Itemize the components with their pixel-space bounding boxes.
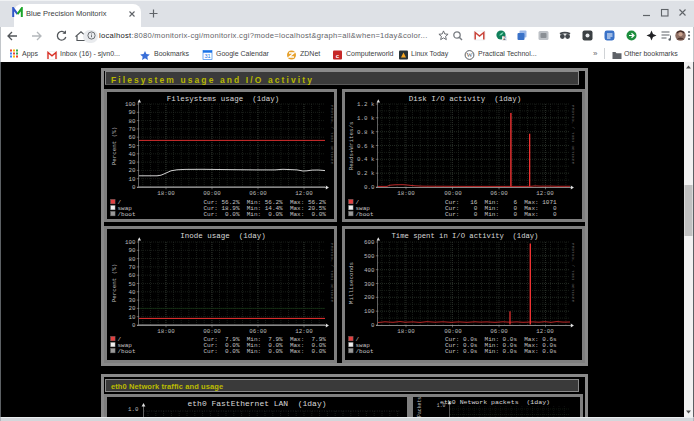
svg-text:Filesystems usage (1day): Filesystems usage (1day) <box>167 95 280 103</box>
svg-text:18:00: 18:00 <box>157 190 175 197</box>
svg-text:Cur: 0.0s Min: 0.0s Max: 0.0: Cur: 0.0s Min: 0.0s Max: 0.0s <box>445 348 557 355</box>
svg-text:300: 300 <box>364 281 375 288</box>
svg-text:06:00: 06:00 <box>249 328 267 335</box>
svg-text:20: 20 <box>129 167 136 174</box>
svg-text:00:00: 00:00 <box>444 328 462 335</box>
svg-text:0.6 k: 0.6 k <box>357 143 375 150</box>
svg-text:Milliseconds: Milliseconds <box>348 262 355 304</box>
svg-text:1.2 k: 1.2 k <box>357 101 375 108</box>
svg-text:18:00: 18:00 <box>397 190 415 197</box>
svg-text:500: 500 <box>364 253 375 260</box>
svg-text:06:00: 06:00 <box>490 328 508 335</box>
svg-text:10: 10 <box>129 176 136 183</box>
svg-text:Percent (%): Percent (%) <box>111 127 118 165</box>
svg-text:50: 50 <box>129 281 136 288</box>
svg-text:18:00: 18:00 <box>397 328 415 335</box>
svg-text:1.0: 1.0 <box>128 406 139 413</box>
svg-text:30: 30 <box>129 159 136 166</box>
svg-text:00:00: 00:00 <box>444 190 462 197</box>
svg-text:Percent (%): Percent (%) <box>111 264 118 302</box>
svg-text:0: 0 <box>371 322 375 329</box>
svg-text:0: 0 <box>132 322 136 329</box>
svg-text:100: 100 <box>125 239 136 246</box>
svg-text:60: 60 <box>129 134 136 141</box>
svg-text:0.8 k: 0.8 k <box>357 129 375 136</box>
svg-text:W: W <box>466 51 473 58</box>
svg-text:Disk I/O activity (1day): Disk I/O activity (1day) <box>409 95 522 103</box>
svg-text:100: 100 <box>125 101 136 108</box>
svg-text:90: 90 <box>129 247 136 254</box>
svg-text:Reads+Writes/s: Reads+Writes/s <box>348 122 355 171</box>
svg-text:RRDTOOL / TOBI OETIKER: RRDTOOL / TOBI OETIKER <box>330 243 334 303</box>
svg-text:/boot: /boot <box>118 211 136 218</box>
svg-text:400: 400 <box>364 267 375 274</box>
svg-text:40: 40 <box>129 151 136 158</box>
svg-text:10: 10 <box>129 314 136 321</box>
svg-text:18:00: 18:00 <box>157 328 175 335</box>
svg-text:70: 70 <box>129 264 136 271</box>
svg-text:Packets/s: Packets/s <box>417 397 422 417</box>
svg-text:00:00: 00:00 <box>203 190 221 197</box>
svg-text:12:00: 12:00 <box>295 190 313 197</box>
svg-text:0.2 k: 0.2 k <box>357 170 375 177</box>
svg-text:Cur: 0.0% Min: 0.0% Max:: Cur: 0.0% Min: 0.0% Max: 0.0% <box>204 348 327 355</box>
svg-text:1.0: 1.0 <box>437 403 446 408</box>
svg-text:80: 80 <box>129 118 136 125</box>
svg-text:Time spent in I/O activity (1: Time spent in I/O activity (1day) <box>392 232 539 240</box>
svg-text:60: 60 <box>129 272 136 279</box>
svg-text:31: 31 <box>204 53 210 59</box>
svg-text:eth0 FastEthernet LAN (1day): eth0 FastEthernet LAN (1day) <box>188 400 327 408</box>
svg-text:80: 80 <box>129 256 136 263</box>
svg-text:50: 50 <box>129 143 136 150</box>
svg-text:100: 100 <box>364 308 375 315</box>
svg-text:/boot: /boot <box>356 348 374 355</box>
svg-text:200: 200 <box>364 294 375 301</box>
svg-text:eth0 Network packets (1day): eth0 Network packets (1day) <box>440 399 550 406</box>
svg-text:0: 0 <box>132 184 136 191</box>
svg-text:1.0 k: 1.0 k <box>357 115 375 122</box>
svg-text:20: 20 <box>129 305 136 312</box>
svg-text:Cur: 0.0% Min: 0.0% Max:: Cur: 0.0% Min: 0.0% Max: 0.0% <box>204 211 327 218</box>
svg-text:12:00: 12:00 <box>536 190 554 197</box>
svg-text:06:00: 06:00 <box>249 190 267 197</box>
svg-text:0.4 k: 0.4 k <box>357 156 375 163</box>
svg-text:/boot: /boot <box>356 211 374 218</box>
svg-text:/boot: /boot <box>118 348 136 355</box>
svg-text:RRDTOOL / TOBI OETIKER: RRDTOOL / TOBI OETIKER <box>571 105 575 165</box>
svg-text:06:00: 06:00 <box>490 190 508 197</box>
svg-text:70: 70 <box>129 126 136 133</box>
svg-text:RRDTOOL / TOBI OETIKER: RRDTOOL / TOBI OETIKER <box>571 243 575 303</box>
svg-text:600: 600 <box>364 239 375 246</box>
svg-text:RRDTOOL / TOBI OETIKER: RRDTOOL / TOBI OETIKER <box>330 105 334 165</box>
svg-text:90: 90 <box>129 109 136 116</box>
svg-text:Cur: 0 Min: 0 Max:: Cur: 0 Min: 0 Max: 0 <box>445 211 557 218</box>
svg-text:0.0: 0.0 <box>364 184 375 191</box>
svg-text:30: 30 <box>129 297 136 304</box>
svg-text:40: 40 <box>129 289 136 296</box>
svg-text:Inode usage (1day): Inode usage (1day) <box>180 232 266 240</box>
svg-text:00:00: 00:00 <box>203 328 221 335</box>
svg-text:12:00: 12:00 <box>295 328 313 335</box>
svg-text:12:00: 12:00 <box>536 328 554 335</box>
